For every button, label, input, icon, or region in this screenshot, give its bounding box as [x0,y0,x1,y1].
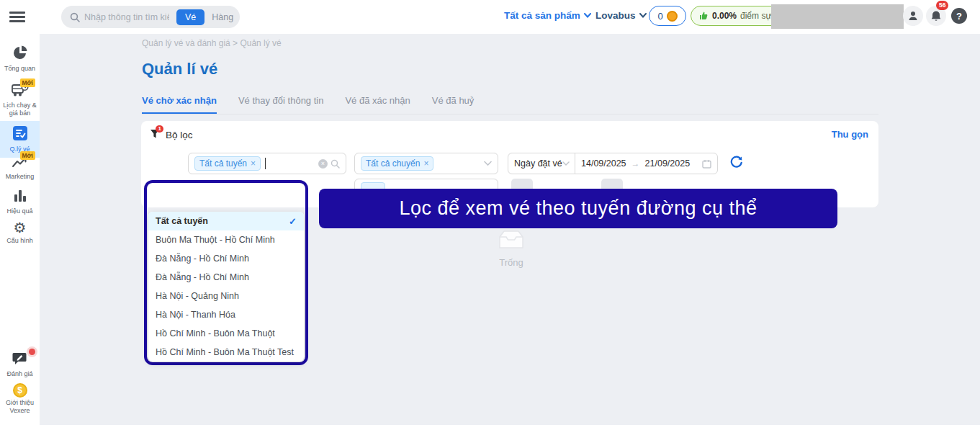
ticket-tabs: Vé chờ xác nhận Vé thay đổi thông tin Vé… [142,95,474,114]
question-mark-icon: ? [951,8,967,24]
refresh-icon[interactable] [729,156,743,169]
filter-title: Bộ lọc [166,130,193,140]
trip-filter-select[interactable]: Tất cả chuyến × [354,153,498,174]
chevron-down-icon [484,161,492,166]
tab-ve-thay-doi-thong-tin[interactable]: Vé thay đổi thông tin [238,95,324,114]
person-icon [907,10,919,22]
main-content: Quản lý vé và đánh giá > Quản lý vé Quản… [40,34,980,425]
chevron-down-icon [639,13,647,18]
tabs-divider [142,114,878,115]
redacted-account-block [771,4,904,29]
trend-arrow-icon: Mới [12,156,29,169]
search-mode-goods-button[interactable]: Hàng [204,9,240,25]
sidebar-item-hieu-qua[interactable]: Hiệu quả [0,189,40,215]
bell-icon [930,10,942,22]
ticket-list-icon [12,125,28,141]
gear-icon: ⚙ [14,220,27,235]
pie-chart-icon [12,45,28,60]
coin-icon [667,11,678,22]
filter-header: 1 Bộ lọc [150,129,193,140]
alert-dot [29,349,35,355]
route-option[interactable]: Hồ Chí Minh - Buôn Ma Thuột Test [148,343,304,362]
check-icon: ✓ [289,216,297,227]
route-option[interactable]: Đà Nẵng - Hồ Chí Minh [148,249,304,268]
help-button[interactable]: ? [949,6,969,26]
route-option[interactable]: Đà Nẵng - Hồ Chí Minh [148,268,304,287]
top-bar: Vé Hàng Tất cả sản phẩm Lovabus 0 0.00% … [0,0,980,34]
date-from[interactable]: 14/09/2025 [581,158,626,169]
menu-toggle-button[interactable] [9,12,25,22]
sidebar-item-marketing[interactable]: Mới Marketing [0,156,40,181]
breadcrumb: Quản lý vé và đánh giá > Quản lý vé [142,38,282,48]
collapse-filters-link[interactable]: Thu gọn [832,129,868,140]
route-option[interactable]: Hà Nội - Quảng Ninh [148,287,304,305]
incident-percent: 0.00% [712,11,737,21]
calendar-icon [702,159,711,169]
new-badge: Mới [20,79,36,87]
bar-chart-icon [12,189,28,203]
chip-close-icon[interactable]: × [251,159,256,168]
tab-ve-da-xac-nhan[interactable]: Vé đã xác nhận [345,95,410,114]
notifications-button[interactable]: 56 [926,6,946,26]
tab-ve-cho-xac-nhan[interactable]: Vé chờ xác nhận [142,95,217,114]
filter-count-badge: 1 [156,125,163,133]
route-dropdown-menu: Tất cả tuyến ✓ Buôn Ma Thuột - Hồ Chí Mi… [148,212,304,362]
chip-close-icon[interactable]: × [423,159,428,168]
coin-count: 0 [657,11,662,22]
app-screen: Vé Hàng Tất cả sản phẩm Lovabus 0 0.00% … [0,0,980,435]
sidebar-item-cau-hinh[interactable]: ⚙ Cấu hình [0,220,40,245]
date-range-picker[interactable]: 14/09/2025 → 21/09/2025 [575,153,718,174]
route-option[interactable]: Hồ Chí Minh - Buôn Ma Thuột [148,324,304,343]
thumb-up-icon [698,11,709,21]
route-filter-select[interactable]: Tất cả tuyến × × [188,153,346,174]
search-icon [70,12,80,22]
route-option[interactable]: Buôn Ma Thuột - Hồ Chí Minh [148,230,304,249]
search-icon [331,159,340,169]
new-badge: Mới [20,151,36,160]
empty-box-icon [497,230,526,250]
global-search[interactable]: Vé Hàng [61,6,240,28]
sidebar-item-tong-quan[interactable]: Tổng quan [0,45,40,73]
sidebar-item-lich-chay[interactable]: Mới Lịch chạy & giá bán [0,83,40,118]
filter-funnel-icon: 1 [150,129,161,140]
date-to[interactable]: 21/09/2025 [645,158,691,169]
chevron-down-icon [584,13,591,18]
arrow-right-icon: → [631,158,640,169]
route-option[interactable]: Hà Nội - Thanh Hóa [148,305,304,324]
empty-state: Trống [472,230,551,268]
route-option[interactable]: Tất cả tuyến ✓ [148,212,304,230]
search-input[interactable] [84,12,169,22]
page-bottom-strip [0,425,980,435]
review-icon [12,351,28,366]
clear-icon[interactable]: × [318,159,328,169]
text-cursor [265,158,266,169]
notification-count-badge: 56 [936,1,948,10]
date-type-select[interactable]: Ngày đặt vé [508,153,575,174]
product-dropdown[interactable]: Tất cả sản phẩm [504,10,591,21]
dollar-icon: $ [13,383,27,398]
coin-balance[interactable]: 0 [649,6,686,26]
profile-button[interactable] [903,6,923,26]
search-mode-ticket-button[interactable]: Vé [176,9,204,25]
trip-chip: Tất cả chuyến × [361,156,433,171]
empty-state-label: Trống [472,257,551,268]
chevron-down-icon [562,161,570,166]
tab-ve-da-huy[interactable]: Vé đã huỷ [432,95,475,114]
sidebar: Tổng quan Mới Lịch chạy & giá bán Q.lý v… [0,0,40,435]
route-chip: Tất cả tuyến × [194,156,261,171]
page-title: Quản lí vé [142,60,217,79]
sidebar-item-danh-gia[interactable]: Đánh giá [0,351,40,378]
bus-schedule-icon: Mới [12,83,29,97]
sidebar-item-gioi-thieu[interactable]: $ Giới thiệu Vexere [0,383,40,416]
company-dropdown[interactable]: Lovabus [595,10,647,21]
tour-banner: Lọc để xem vé theo tuyến đường cụ thể [319,189,837,228]
